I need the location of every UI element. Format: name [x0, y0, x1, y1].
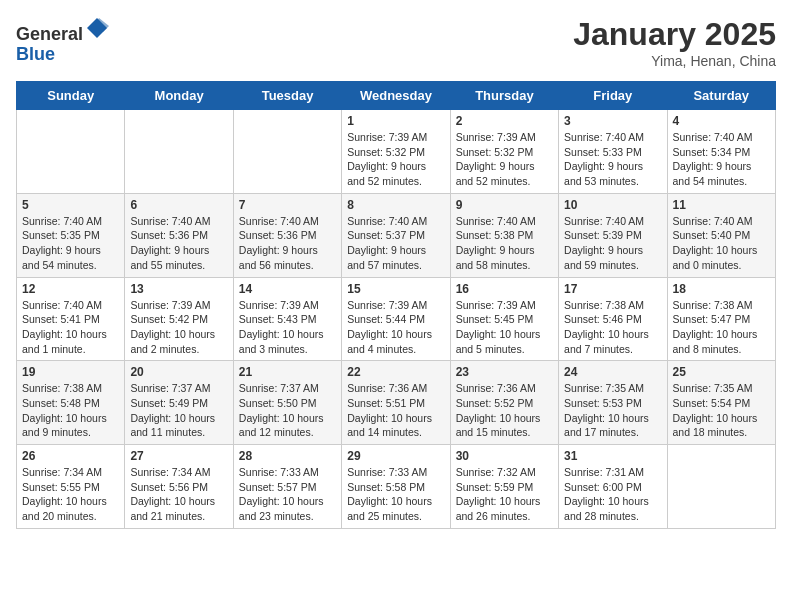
- day-header-sunday: Sunday: [17, 82, 125, 110]
- title-block: January 2025 Yima, Henan, China: [573, 16, 776, 69]
- calendar-day-20: 20Sunrise: 7:37 AMSunset: 5:49 PMDayligh…: [125, 361, 233, 445]
- day-info: Sunrise: 7:38 AMSunset: 5:48 PMDaylight:…: [22, 381, 119, 440]
- day-number: 6: [130, 198, 227, 212]
- logo: General Blue: [16, 16, 109, 65]
- calendar-day-21: 21Sunrise: 7:37 AMSunset: 5:50 PMDayligh…: [233, 361, 341, 445]
- calendar-day-16: 16Sunrise: 7:39 AMSunset: 5:45 PMDayligh…: [450, 277, 558, 361]
- day-info: Sunrise: 7:32 AMSunset: 5:59 PMDaylight:…: [456, 465, 553, 524]
- calendar-day-19: 19Sunrise: 7:38 AMSunset: 5:48 PMDayligh…: [17, 361, 125, 445]
- day-number: 21: [239, 365, 336, 379]
- day-info: Sunrise: 7:38 AMSunset: 5:46 PMDaylight:…: [564, 298, 661, 357]
- page-header: General Blue January 2025 Yima, Henan, C…: [16, 16, 776, 69]
- calendar-day-5: 5Sunrise: 7:40 AMSunset: 5:35 PMDaylight…: [17, 193, 125, 277]
- day-number: 7: [239, 198, 336, 212]
- calendar-empty-cell: [667, 445, 775, 529]
- calendar-day-17: 17Sunrise: 7:38 AMSunset: 5:46 PMDayligh…: [559, 277, 667, 361]
- day-number: 15: [347, 282, 444, 296]
- day-info: Sunrise: 7:33 AMSunset: 5:58 PMDaylight:…: [347, 465, 444, 524]
- day-info: Sunrise: 7:40 AMSunset: 5:36 PMDaylight:…: [239, 214, 336, 273]
- calendar-day-2: 2Sunrise: 7:39 AMSunset: 5:32 PMDaylight…: [450, 110, 558, 194]
- day-number: 30: [456, 449, 553, 463]
- day-header-wednesday: Wednesday: [342, 82, 450, 110]
- day-header-friday: Friday: [559, 82, 667, 110]
- calendar-week-row: 19Sunrise: 7:38 AMSunset: 5:48 PMDayligh…: [17, 361, 776, 445]
- day-number: 16: [456, 282, 553, 296]
- day-info: Sunrise: 7:39 AMSunset: 5:43 PMDaylight:…: [239, 298, 336, 357]
- calendar-day-3: 3Sunrise: 7:40 AMSunset: 5:33 PMDaylight…: [559, 110, 667, 194]
- calendar-day-9: 9Sunrise: 7:40 AMSunset: 5:38 PMDaylight…: [450, 193, 558, 277]
- day-number: 24: [564, 365, 661, 379]
- day-info: Sunrise: 7:31 AMSunset: 6:00 PMDaylight:…: [564, 465, 661, 524]
- calendar-week-row: 5Sunrise: 7:40 AMSunset: 5:35 PMDaylight…: [17, 193, 776, 277]
- calendar-day-29: 29Sunrise: 7:33 AMSunset: 5:58 PMDayligh…: [342, 445, 450, 529]
- day-info: Sunrise: 7:35 AMSunset: 5:53 PMDaylight:…: [564, 381, 661, 440]
- calendar-day-11: 11Sunrise: 7:40 AMSunset: 5:40 PMDayligh…: [667, 193, 775, 277]
- day-info: Sunrise: 7:39 AMSunset: 5:44 PMDaylight:…: [347, 298, 444, 357]
- day-info: Sunrise: 7:33 AMSunset: 5:57 PMDaylight:…: [239, 465, 336, 524]
- day-info: Sunrise: 7:37 AMSunset: 5:50 PMDaylight:…: [239, 381, 336, 440]
- day-number: 11: [673, 198, 770, 212]
- day-number: 8: [347, 198, 444, 212]
- calendar-empty-cell: [233, 110, 341, 194]
- month-title: January 2025: [573, 16, 776, 53]
- calendar-header-row: SundayMondayTuesdayWednesdayThursdayFrid…: [17, 82, 776, 110]
- calendar-day-31: 31Sunrise: 7:31 AMSunset: 6:00 PMDayligh…: [559, 445, 667, 529]
- day-number: 23: [456, 365, 553, 379]
- calendar-table: SundayMondayTuesdayWednesdayThursdayFrid…: [16, 81, 776, 529]
- calendar-day-25: 25Sunrise: 7:35 AMSunset: 5:54 PMDayligh…: [667, 361, 775, 445]
- calendar-week-row: 1Sunrise: 7:39 AMSunset: 5:32 PMDaylight…: [17, 110, 776, 194]
- day-number: 22: [347, 365, 444, 379]
- day-number: 28: [239, 449, 336, 463]
- day-info: Sunrise: 7:40 AMSunset: 5:36 PMDaylight:…: [130, 214, 227, 273]
- calendar-empty-cell: [17, 110, 125, 194]
- day-info: Sunrise: 7:35 AMSunset: 5:54 PMDaylight:…: [673, 381, 770, 440]
- day-number: 3: [564, 114, 661, 128]
- day-info: Sunrise: 7:40 AMSunset: 5:41 PMDaylight:…: [22, 298, 119, 357]
- day-info: Sunrise: 7:40 AMSunset: 5:35 PMDaylight:…: [22, 214, 119, 273]
- day-info: Sunrise: 7:40 AMSunset: 5:37 PMDaylight:…: [347, 214, 444, 273]
- logo-blue: Blue: [16, 44, 55, 64]
- day-number: 2: [456, 114, 553, 128]
- calendar-day-12: 12Sunrise: 7:40 AMSunset: 5:41 PMDayligh…: [17, 277, 125, 361]
- day-number: 5: [22, 198, 119, 212]
- day-header-thursday: Thursday: [450, 82, 558, 110]
- day-number: 26: [22, 449, 119, 463]
- day-info: Sunrise: 7:34 AMSunset: 5:56 PMDaylight:…: [130, 465, 227, 524]
- day-header-monday: Monday: [125, 82, 233, 110]
- logo-general: General: [16, 24, 83, 44]
- calendar-day-4: 4Sunrise: 7:40 AMSunset: 5:34 PMDaylight…: [667, 110, 775, 194]
- day-number: 20: [130, 365, 227, 379]
- day-number: 4: [673, 114, 770, 128]
- day-number: 1: [347, 114, 444, 128]
- day-info: Sunrise: 7:36 AMSunset: 5:51 PMDaylight:…: [347, 381, 444, 440]
- day-number: 29: [347, 449, 444, 463]
- day-number: 14: [239, 282, 336, 296]
- calendar-day-23: 23Sunrise: 7:36 AMSunset: 5:52 PMDayligh…: [450, 361, 558, 445]
- day-number: 10: [564, 198, 661, 212]
- calendar-week-row: 12Sunrise: 7:40 AMSunset: 5:41 PMDayligh…: [17, 277, 776, 361]
- day-info: Sunrise: 7:39 AMSunset: 5:45 PMDaylight:…: [456, 298, 553, 357]
- day-info: Sunrise: 7:40 AMSunset: 5:33 PMDaylight:…: [564, 130, 661, 189]
- calendar-day-6: 6Sunrise: 7:40 AMSunset: 5:36 PMDaylight…: [125, 193, 233, 277]
- day-info: Sunrise: 7:34 AMSunset: 5:55 PMDaylight:…: [22, 465, 119, 524]
- day-info: Sunrise: 7:39 AMSunset: 5:32 PMDaylight:…: [347, 130, 444, 189]
- day-info: Sunrise: 7:39 AMSunset: 5:42 PMDaylight:…: [130, 298, 227, 357]
- day-number: 27: [130, 449, 227, 463]
- calendar-day-15: 15Sunrise: 7:39 AMSunset: 5:44 PMDayligh…: [342, 277, 450, 361]
- day-number: 19: [22, 365, 119, 379]
- logo-icon: [85, 16, 109, 40]
- day-info: Sunrise: 7:36 AMSunset: 5:52 PMDaylight:…: [456, 381, 553, 440]
- day-number: 31: [564, 449, 661, 463]
- day-number: 12: [22, 282, 119, 296]
- calendar-day-18: 18Sunrise: 7:38 AMSunset: 5:47 PMDayligh…: [667, 277, 775, 361]
- day-info: Sunrise: 7:40 AMSunset: 5:39 PMDaylight:…: [564, 214, 661, 273]
- day-header-saturday: Saturday: [667, 82, 775, 110]
- calendar-day-1: 1Sunrise: 7:39 AMSunset: 5:32 PMDaylight…: [342, 110, 450, 194]
- day-number: 25: [673, 365, 770, 379]
- day-number: 18: [673, 282, 770, 296]
- calendar-day-13: 13Sunrise: 7:39 AMSunset: 5:42 PMDayligh…: [125, 277, 233, 361]
- day-number: 9: [456, 198, 553, 212]
- calendar-day-7: 7Sunrise: 7:40 AMSunset: 5:36 PMDaylight…: [233, 193, 341, 277]
- day-info: Sunrise: 7:39 AMSunset: 5:32 PMDaylight:…: [456, 130, 553, 189]
- day-number: 13: [130, 282, 227, 296]
